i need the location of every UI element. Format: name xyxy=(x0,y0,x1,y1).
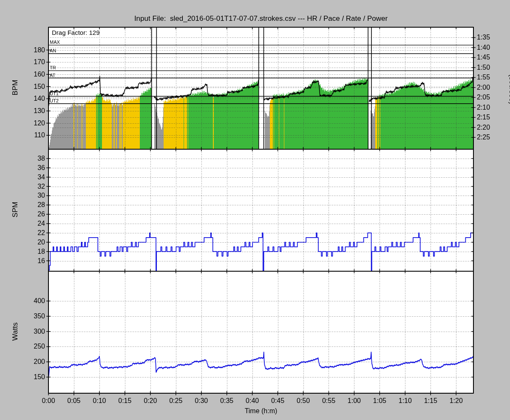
figure: Input File: sled_2016-05-01T17-07-07.str… xyxy=(0,0,510,420)
pace-tick-label: 1:55 xyxy=(477,74,502,81)
pace-axis-label: (sec/500) xyxy=(508,68,510,111)
bpm-tick-label: 150 xyxy=(25,83,45,91)
time-tick-label: 0:35 xyxy=(213,397,241,405)
time-tick-label: 0:50 xyxy=(290,397,317,405)
pace-tick-label: 2:00 xyxy=(477,84,502,91)
spm-tick-label: 16 xyxy=(25,257,45,265)
spm-tick-label: 34 xyxy=(25,173,45,181)
zone-label-tr: TR xyxy=(50,65,56,70)
spm-tick-label: 38 xyxy=(25,155,45,162)
spm-tick-label: 18 xyxy=(25,248,45,255)
bpm-tick-label: 120 xyxy=(25,119,45,127)
spm-tick-label: 22 xyxy=(25,229,45,237)
bpm-tick-label: 180 xyxy=(25,46,45,54)
time-tick-label: 1:00 xyxy=(340,397,368,405)
bpm-tick-label: 110 xyxy=(25,131,45,139)
watts-tick-label: 150 xyxy=(25,373,45,381)
spm-tick-label: 24 xyxy=(25,220,45,227)
pace-tick-label: 2:05 xyxy=(477,94,502,101)
time-axis-label: Time (h:m) xyxy=(48,407,473,415)
zone-label-max: MAX xyxy=(50,40,60,45)
time-tick-label: 0:45 xyxy=(264,397,292,405)
spm-tick-label: 32 xyxy=(25,183,45,190)
pace-tick-label: 1:40 xyxy=(477,44,502,51)
spm-tick-label: 28 xyxy=(25,201,45,209)
zone-label-ut2: UT2 xyxy=(50,98,59,103)
watts-tick-label: 350 xyxy=(25,312,45,320)
spm-tick-label: 30 xyxy=(25,192,45,199)
watts-tick-label: 300 xyxy=(25,328,45,335)
time-tick-label: 0:05 xyxy=(60,397,88,405)
spm-tick-label: 36 xyxy=(25,164,45,172)
time-tick-label: 0:10 xyxy=(86,397,113,405)
time-tick-label: 1:20 xyxy=(442,397,470,405)
drag-factor-label: Drag Factor: 129 xyxy=(52,29,100,36)
time-tick-label: 0:00 xyxy=(35,397,62,405)
time-tick-label: 0:30 xyxy=(188,397,215,405)
bpm-tick-label: 160 xyxy=(25,71,45,78)
bpm-tick-label: 170 xyxy=(25,58,45,66)
watts-tick-label: 250 xyxy=(25,343,45,350)
spm-tick-label: 26 xyxy=(25,210,45,218)
pace-tick-label: 1:35 xyxy=(477,34,502,41)
pace-tick-label: 2:25 xyxy=(477,133,502,141)
time-tick-label: 0:55 xyxy=(315,397,342,405)
pace-tick-label: 2:10 xyxy=(477,104,502,111)
bpm-tick-label: 140 xyxy=(25,95,45,102)
time-tick-label: 0:40 xyxy=(239,397,266,405)
time-tick-label: 0:25 xyxy=(162,397,190,405)
pace-tick-label: 1:50 xyxy=(477,64,502,71)
watts-tick-label: 400 xyxy=(25,297,45,305)
bpm-axis-label: BPM xyxy=(11,66,20,109)
zone-label-ut1: UT1 xyxy=(50,91,59,96)
chart-title: Input File: sled_2016-05-01T17-07-07.str… xyxy=(48,14,473,23)
watts-axis-label: Watts xyxy=(11,310,20,353)
zone-label-at: AT xyxy=(50,73,55,78)
pace-tick-label: 2:15 xyxy=(477,114,502,121)
bpm-tick-label: 130 xyxy=(25,107,45,115)
chart-canvas xyxy=(0,0,510,420)
time-tick-label: 0:15 xyxy=(111,397,139,405)
spm-tick-label: 20 xyxy=(25,238,45,246)
time-tick-label: 1:05 xyxy=(366,397,393,405)
spm-axis-label: SPM xyxy=(11,188,20,231)
time-tick-label: 0:20 xyxy=(137,397,164,405)
zone-label-an: AN xyxy=(50,48,56,53)
watts-tick-label: 200 xyxy=(25,358,45,366)
time-tick-label: 1:15 xyxy=(417,397,444,405)
pace-tick-label: 1:45 xyxy=(477,54,502,61)
pace-tick-label: 2:20 xyxy=(477,124,502,131)
time-tick-label: 1:10 xyxy=(391,397,419,405)
